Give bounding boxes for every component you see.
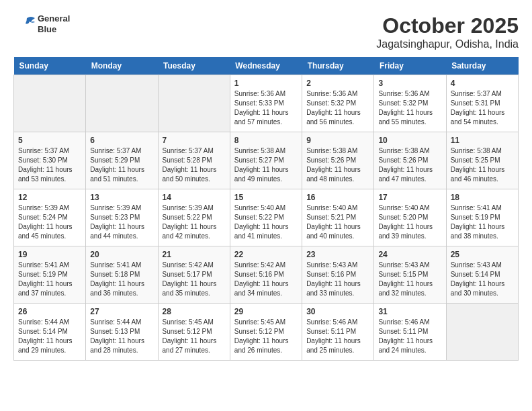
calendar-cell: 11 Sunrise: 5:38 AM Sunset: 5:25 PM Dayl… (446, 132, 518, 189)
calendar-cell: 29 Sunrise: 5:45 AM Sunset: 5:12 PM Dayl… (230, 304, 302, 361)
day-info: Sunrise: 5:42 AM Sunset: 5:16 PM Dayligh… (234, 261, 298, 298)
day-number: 30 (306, 307, 369, 316)
day-info: Sunrise: 5:39 AM Sunset: 5:24 PM Dayligh… (18, 203, 81, 241)
day-info: Sunrise: 5:46 AM Sunset: 5:11 PM Dayligh… (378, 318, 441, 355)
header-cell-thursday: Thursday (302, 57, 374, 75)
day-info: Sunrise: 5:41 AM Sunset: 5:19 PM Dayligh… (451, 203, 514, 241)
calendar-week-2: 5 Sunrise: 5:37 AM Sunset: 5:30 PM Dayli… (14, 132, 519, 189)
day-number: 20 (90, 250, 153, 259)
calendar-cell: 21 Sunrise: 5:42 AM Sunset: 5:17 PM Dayl… (158, 246, 230, 304)
calendar-cell: 7 Sunrise: 5:37 AM Sunset: 5:28 PM Dayli… (158, 132, 230, 189)
day-info: Sunrise: 5:43 AM Sunset: 5:16 PM Dayligh… (306, 261, 369, 298)
header-row: SundayMondayTuesdayWednesdayThursdayFrid… (14, 57, 519, 75)
day-info: Sunrise: 5:38 AM Sunset: 5:27 PM Dayligh… (234, 146, 298, 184)
day-info: Sunrise: 5:37 AM Sunset: 5:30 PM Dayligh… (18, 146, 81, 184)
header-cell-sunday: Sunday (14, 57, 86, 75)
day-info: Sunrise: 5:40 AM Sunset: 5:21 PM Dayligh… (306, 203, 369, 241)
calendar-cell: 6 Sunrise: 5:37 AM Sunset: 5:29 PM Dayli… (86, 132, 158, 189)
page-subtitle: Jagatsinghapur, Odisha, India (376, 38, 519, 50)
calendar-cell: 2 Sunrise: 5:36 AM Sunset: 5:32 PM Dayli… (302, 75, 374, 132)
calendar-week-3: 12 Sunrise: 5:39 AM Sunset: 5:24 PM Dayl… (14, 189, 519, 246)
calendar-cell: 3 Sunrise: 5:36 AM Sunset: 5:32 PM Dayli… (374, 75, 446, 132)
day-info: Sunrise: 5:38 AM Sunset: 5:26 PM Dayligh… (378, 146, 441, 184)
calendar-week-1: 1 Sunrise: 5:36 AM Sunset: 5:33 PM Dayli… (14, 75, 519, 132)
day-number: 1 (234, 79, 298, 88)
logo-text: General Blue (38, 13, 70, 34)
day-info: Sunrise: 5:46 AM Sunset: 5:11 PM Dayligh… (306, 318, 369, 355)
header-cell-friday: Friday (374, 57, 446, 75)
calendar-cell: 17 Sunrise: 5:40 AM Sunset: 5:20 PM Dayl… (374, 189, 446, 246)
day-info: Sunrise: 5:37 AM Sunset: 5:29 PM Dayligh… (90, 146, 153, 184)
day-number: 17 (378, 193, 441, 202)
day-number: 24 (378, 250, 441, 259)
day-number: 6 (90, 136, 153, 145)
day-number: 2 (306, 79, 369, 88)
day-info: Sunrise: 5:43 AM Sunset: 5:15 PM Dayligh… (378, 261, 441, 298)
day-number: 15 (234, 193, 298, 202)
calendar-cell: 13 Sunrise: 5:39 AM Sunset: 5:23 PM Dayl… (86, 189, 158, 246)
calendar-cell: 12 Sunrise: 5:39 AM Sunset: 5:24 PM Dayl… (14, 189, 86, 246)
calendar-cell: 10 Sunrise: 5:38 AM Sunset: 5:26 PM Dayl… (374, 132, 446, 189)
day-number: 28 (163, 307, 226, 316)
calendar-week-4: 19 Sunrise: 5:41 AM Sunset: 5:19 PM Dayl… (14, 246, 519, 304)
calendar-cell: 15 Sunrise: 5:40 AM Sunset: 5:22 PM Dayl… (230, 189, 302, 246)
calendar-cell: 31 Sunrise: 5:46 AM Sunset: 5:11 PM Dayl… (374, 304, 446, 361)
calendar-cell (14, 75, 86, 132)
day-number: 12 (18, 193, 81, 202)
calendar-cell: 24 Sunrise: 5:43 AM Sunset: 5:15 PM Dayl… (374, 246, 446, 304)
day-number: 14 (163, 193, 226, 202)
day-number: 11 (451, 136, 514, 145)
day-number: 21 (163, 250, 226, 259)
day-info: Sunrise: 5:45 AM Sunset: 5:12 PM Dayligh… (234, 318, 298, 355)
calendar-cell: 27 Sunrise: 5:44 AM Sunset: 5:13 PM Dayl… (86, 304, 158, 361)
day-number: 27 (90, 307, 153, 316)
day-info: Sunrise: 5:45 AM Sunset: 5:12 PM Dayligh… (163, 318, 226, 355)
day-number: 3 (378, 79, 441, 88)
logo: General Blue (13, 13, 70, 34)
logo-bird-icon (13, 15, 35, 33)
page-title: October 2025 (376, 13, 519, 38)
calendar-cell: 14 Sunrise: 5:39 AM Sunset: 5:22 PM Dayl… (158, 189, 230, 246)
day-info: Sunrise: 5:43 AM Sunset: 5:14 PM Dayligh… (451, 261, 514, 298)
day-number: 9 (306, 136, 369, 145)
logo-line2: Blue (38, 24, 70, 35)
day-info: Sunrise: 5:41 AM Sunset: 5:18 PM Dayligh… (90, 261, 153, 298)
day-number: 5 (18, 136, 81, 145)
calendar-cell: 20 Sunrise: 5:41 AM Sunset: 5:18 PM Dayl… (86, 246, 158, 304)
calendar-cell: 4 Sunrise: 5:37 AM Sunset: 5:31 PM Dayli… (446, 75, 518, 132)
day-info: Sunrise: 5:38 AM Sunset: 5:25 PM Dayligh… (451, 146, 514, 184)
calendar-cell: 8 Sunrise: 5:38 AM Sunset: 5:27 PM Dayli… (230, 132, 302, 189)
calendar-cell (158, 75, 230, 132)
day-number: 10 (378, 136, 441, 145)
day-number: 8 (234, 136, 298, 145)
day-info: Sunrise: 5:44 AM Sunset: 5:14 PM Dayligh… (18, 318, 81, 355)
calendar-cell (446, 304, 518, 361)
calendar-body: 1 Sunrise: 5:36 AM Sunset: 5:33 PM Dayli… (14, 75, 519, 361)
day-number: 7 (163, 136, 226, 145)
calendar-cell: 26 Sunrise: 5:44 AM Sunset: 5:14 PM Dayl… (14, 304, 86, 361)
calendar-table: SundayMondayTuesdayWednesdayThursdayFrid… (13, 57, 519, 361)
day-info: Sunrise: 5:41 AM Sunset: 5:19 PM Dayligh… (18, 261, 81, 298)
page-header: General Blue October 2025 Jagatsinghapur… (13, 13, 519, 50)
day-number: 29 (234, 307, 298, 316)
day-info: Sunrise: 5:42 AM Sunset: 5:17 PM Dayligh… (163, 261, 226, 298)
logo-line1: General (38, 13, 70, 24)
day-number: 23 (306, 250, 369, 259)
day-info: Sunrise: 5:36 AM Sunset: 5:32 PM Dayligh… (378, 89, 441, 127)
calendar-cell: 5 Sunrise: 5:37 AM Sunset: 5:30 PM Dayli… (14, 132, 86, 189)
day-number: 4 (451, 79, 514, 88)
day-info: Sunrise: 5:37 AM Sunset: 5:28 PM Dayligh… (163, 146, 226, 184)
day-number: 26 (18, 307, 81, 316)
header-cell-wednesday: Wednesday (230, 57, 302, 75)
header-cell-tuesday: Tuesday (158, 57, 230, 75)
calendar-cell: 19 Sunrise: 5:41 AM Sunset: 5:19 PM Dayl… (14, 246, 86, 304)
calendar-cell: 25 Sunrise: 5:43 AM Sunset: 5:14 PM Dayl… (446, 246, 518, 304)
calendar-cell: 16 Sunrise: 5:40 AM Sunset: 5:21 PM Dayl… (302, 189, 374, 246)
calendar-header: SundayMondayTuesdayWednesdayThursdayFrid… (14, 57, 519, 75)
day-info: Sunrise: 5:40 AM Sunset: 5:22 PM Dayligh… (234, 203, 298, 241)
day-number: 19 (18, 250, 81, 259)
day-number: 16 (306, 193, 369, 202)
day-info: Sunrise: 5:44 AM Sunset: 5:13 PM Dayligh… (90, 318, 153, 355)
header-cell-saturday: Saturday (446, 57, 518, 75)
day-info: Sunrise: 5:39 AM Sunset: 5:22 PM Dayligh… (163, 203, 226, 241)
